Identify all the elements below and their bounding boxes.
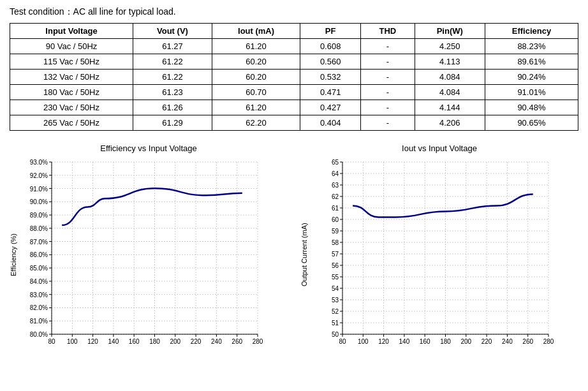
svg-text:64: 64 <box>332 170 339 177</box>
svg-text:84.0%: 84.0% <box>30 278 48 285</box>
svg-text:120: 120 <box>87 338 98 345</box>
table-cell: 61.23 <box>133 85 212 100</box>
chart1-title: Efficiency vs Input Voltage <box>10 144 288 153</box>
table-header: THD <box>361 24 415 39</box>
chart1-inner: 93.0%92.0%91.0%90.0%89.0%88.0%87.0%86.0%… <box>18 156 288 353</box>
table-cell: 61.20 <box>212 39 300 54</box>
table-cell: 90 Vac / 50Hz <box>10 39 133 54</box>
svg-text:91.0%: 91.0% <box>30 186 48 193</box>
svg-text:82.0%: 82.0% <box>30 304 48 311</box>
svg-text:86.0%: 86.0% <box>30 251 48 258</box>
table-header: Input Voltage <box>10 24 133 39</box>
svg-text:65: 65 <box>332 159 339 166</box>
svg-text:100: 100 <box>67 338 78 345</box>
svg-text:240: 240 <box>211 338 222 345</box>
table-cell: 61.20 <box>212 100 300 115</box>
svg-text:52: 52 <box>332 308 339 315</box>
table-cell: 0.427 <box>300 100 361 115</box>
table-cell: 180 Vac / 50Hz <box>10 85 133 100</box>
table-header: Vout (V) <box>133 24 212 39</box>
svg-text:85.0%: 85.0% <box>30 265 48 272</box>
svg-text:88.0%: 88.0% <box>30 225 48 232</box>
table-cell: 61.22 <box>133 54 212 70</box>
table-cell: 0.560 <box>300 54 361 70</box>
table-cell: 132 Vac / 50Hz <box>10 70 133 85</box>
table-cell: - <box>361 85 415 100</box>
svg-text:240: 240 <box>502 338 513 345</box>
table-cell: 90.48% <box>485 100 578 115</box>
svg-text:61: 61 <box>332 205 339 212</box>
svg-text:280: 280 <box>253 338 263 345</box>
svg-text:90.0%: 90.0% <box>30 198 48 205</box>
svg-text:100: 100 <box>358 338 369 345</box>
svg-text:80: 80 <box>339 338 346 345</box>
table-row: 180 Vac / 50Hz61.2360.700.471-4.08491.01… <box>10 85 578 100</box>
table-row: 115 Vac / 50Hz61.2260.200.560-4.11389.61… <box>10 54 578 70</box>
svg-text:87.0%: 87.0% <box>30 239 48 246</box>
table-cell: - <box>361 39 415 54</box>
table-cell: - <box>361 100 415 115</box>
chart1-ylabel: Efficiency (%) <box>10 156 17 353</box>
svg-text:93.0%: 93.0% <box>30 159 48 166</box>
svg-text:58: 58 <box>332 239 339 246</box>
table-cell: 60.20 <box>212 54 300 70</box>
svg-text:62: 62 <box>332 193 339 200</box>
svg-text:50: 50 <box>332 331 339 338</box>
table-cell: 62.20 <box>212 115 300 131</box>
svg-text:140: 140 <box>108 338 119 345</box>
svg-text:56: 56 <box>332 262 339 269</box>
iout-chart: Iout vs Input Voltage Output Current (mA… <box>300 144 578 353</box>
table-cell: 60.20 <box>212 70 300 85</box>
chart2-inner: 6564636261605958575655545352515080100120… <box>309 156 578 353</box>
table-row: 132 Vac / 50Hz61.2260.200.532-4.08490.24… <box>10 70 578 85</box>
table-header: PF <box>300 24 361 39</box>
table-cell: 90.24% <box>485 70 578 85</box>
svg-text:200: 200 <box>460 338 471 345</box>
svg-text:180: 180 <box>149 338 160 345</box>
table-cell: - <box>361 70 415 85</box>
chart2-title: Iout vs Input Voltage <box>300 144 578 153</box>
table-header: Efficiency <box>485 24 578 39</box>
svg-text:180: 180 <box>440 338 451 345</box>
table-cell: 115 Vac / 50Hz <box>10 54 133 70</box>
table-cell: 91.01% <box>485 85 578 100</box>
svg-text:81.0%: 81.0% <box>30 318 48 325</box>
svg-text:80: 80 <box>48 338 55 345</box>
svg-text:92.0%: 92.0% <box>30 172 48 179</box>
table-cell: 0.471 <box>300 85 361 100</box>
table-cell: 61.27 <box>133 39 212 54</box>
chart2-ylabel: Output Current (mA) <box>300 156 308 353</box>
table-row: 90 Vac / 50Hz61.2761.200.608-4.25088.23% <box>10 39 578 54</box>
table-cell: 61.26 <box>133 100 212 115</box>
table-cell: 4.113 <box>415 54 485 70</box>
svg-text:220: 220 <box>191 338 202 345</box>
data-table: Input VoltageVout (V)Iout (mA)PFTHDPin(W… <box>10 23 578 131</box>
svg-text:59: 59 <box>332 228 339 235</box>
table-cell: 90.65% <box>485 115 578 131</box>
test-condition: Test condition：AC all line for typical l… <box>10 6 578 18</box>
svg-text:80.0%: 80.0% <box>30 331 48 338</box>
table-cell: 4.144 <box>415 100 485 115</box>
svg-text:260: 260 <box>522 338 533 345</box>
svg-text:57: 57 <box>332 251 339 258</box>
table-cell: 4.250 <box>415 39 485 54</box>
table-cell: 4.084 <box>415 70 485 85</box>
svg-text:160: 160 <box>420 338 430 345</box>
svg-text:83.0%: 83.0% <box>30 291 48 299</box>
table-row: 230 Vac / 50Hz61.2661.200.427-4.14490.48… <box>10 100 578 115</box>
table-cell: 0.608 <box>300 39 361 54</box>
efficiency-chart: Efficiency vs Input Voltage Efficiency (… <box>10 144 288 353</box>
table-cell: 60.70 <box>212 85 300 100</box>
table-row: 265 Vac / 50Hz61.2962.200.404-4.20690.65… <box>10 115 578 131</box>
svg-text:53: 53 <box>332 297 339 304</box>
table-cell: 61.29 <box>133 115 212 131</box>
svg-text:60: 60 <box>332 216 339 223</box>
table-cell: 61.22 <box>133 70 212 85</box>
table-cell: 88.23% <box>485 39 578 54</box>
svg-text:160: 160 <box>129 338 140 345</box>
svg-text:120: 120 <box>378 338 389 345</box>
table-cell: 4.084 <box>415 85 485 100</box>
table-cell: 0.532 <box>300 70 361 85</box>
svg-text:220: 220 <box>481 338 492 345</box>
svg-text:260: 260 <box>232 338 242 345</box>
